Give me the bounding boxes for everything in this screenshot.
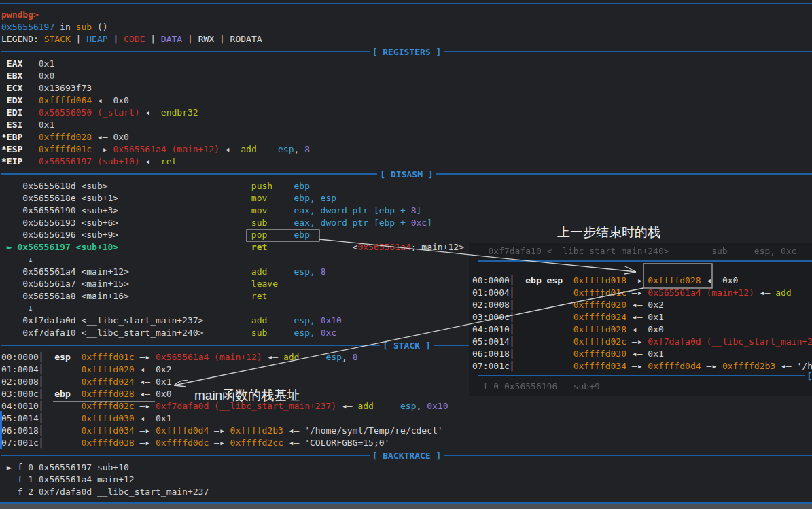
text-segment: 0xffffd0d4 bbox=[156, 425, 209, 436]
text-segment: ◂— 0x1 bbox=[135, 413, 172, 423]
text-segment: ◂— 0x1 bbox=[135, 376, 172, 387]
text-segment: 0xf7dafa0d (__libc_start_main+237) bbox=[648, 336, 812, 347]
text-segment: ◂— bbox=[336, 401, 357, 411]
text-segment: 0xffffd020 bbox=[81, 364, 134, 374]
stack-05: 05:0014│ 0xffffd030 ◂— 0x1 bbox=[1, 413, 812, 425]
text-segment: add bbox=[283, 352, 299, 362]
text-segment bbox=[267, 242, 352, 252]
backtrace-section-header: [ BACKTRACE ] bbox=[1, 449, 812, 461]
text-segment: 0xffffd2b3 bbox=[722, 361, 775, 371]
text-segment: 0xffffd024 bbox=[81, 376, 134, 387]
text-segment: | bbox=[182, 34, 198, 44]
text-segment: mov bbox=[251, 205, 267, 215]
text-segment: 0x56556050 (_start) bbox=[39, 107, 140, 118]
disasm-sub9: 0x56556196 <sub+9> pop ebp bbox=[1, 229, 812, 241]
text-segment bbox=[71, 352, 82, 362]
text-segment: esp bbox=[278, 144, 294, 154]
text-segment: ebp bbox=[294, 230, 309, 240]
text-segment: 0x10 bbox=[321, 315, 342, 326]
inset-stack-05: 05:0014│ 0xffffd02c —▸ 0xf7dafa0d (__lib… bbox=[472, 336, 812, 348]
text-segment: 0xffffd01c bbox=[39, 144, 92, 154]
inset-stack-03: 03:000c│ 0xffffd024 ◂— 0x1 bbox=[472, 311, 812, 323]
text-segment: ◂— 0x0 bbox=[135, 389, 172, 399]
separator-bar bbox=[478, 375, 805, 376]
disasm-sub: 0x5655618d <sub> push ebp bbox=[1, 180, 812, 192]
text-segment: 04:0010│ bbox=[472, 324, 573, 334]
text-segment: 0x565561a7 <main+15> bbox=[1, 279, 251, 289]
text-segment: ◂— 0x2 bbox=[626, 300, 664, 310]
text-segment: 0xffffd0d4 bbox=[648, 361, 701, 371]
text-segment: add bbox=[775, 287, 791, 298]
text-segment: 0xffffd034 bbox=[573, 361, 626, 371]
text-segment: ↓ bbox=[1, 303, 33, 313]
text-segment: ret bbox=[251, 291, 267, 301]
text-segment bbox=[272, 181, 294, 191]
text-segment bbox=[267, 230, 294, 240]
text-segment: ECX bbox=[1, 83, 39, 93]
text-segment: —▸ bbox=[135, 401, 156, 411]
text-segment: f 1 0x565561a4 main+12 bbox=[1, 474, 135, 485]
text-segment bbox=[71, 389, 82, 399]
inset-stack-02: 02:0008│ 0xffffd020 ◂— 0x2 bbox=[472, 299, 812, 311]
text-segment: ret bbox=[251, 242, 267, 252]
text-segment: 0xffffd030 bbox=[573, 349, 626, 359]
text-segment: esp bbox=[54, 352, 70, 362]
text-segment: 0xffffd038 bbox=[81, 438, 134, 448]
text-segment: 0xffffd0dc bbox=[156, 438, 209, 448]
text-segment: pwndbg> bbox=[1, 10, 39, 20]
bottom-window-strip bbox=[0, 504, 812, 509]
inset-stack-06: 06:0018│ 0xffffd030 ◂— 0x1 bbox=[472, 348, 812, 360]
frame-2: f 2 0xf7dafa0d __libc_start_main+237 bbox=[1, 486, 812, 498]
text-segment bbox=[267, 266, 294, 277]
text-segment: 0xf7dafa10 <__libc_start_main+240> sub e… bbox=[472, 246, 796, 256]
text-segment: 0x565561a8 <main+16> bbox=[1, 291, 251, 301]
text-segment: ebp, esp bbox=[294, 193, 336, 203]
legend-line: LEGEND: STACK | HEAP | CODE | DATA | RWX… bbox=[1, 33, 812, 46]
text-segment: 0xc bbox=[321, 328, 336, 338]
text-segment: ret bbox=[161, 156, 177, 166]
text-segment: 0x565561a4 (main+12) bbox=[156, 352, 262, 362]
text-segment: | bbox=[108, 34, 124, 44]
frame-0: ► f 0 0x56556197 sub+10 bbox=[1, 461, 812, 474]
text-segment: DATA bbox=[161, 34, 182, 44]
reg-esp: *ESP 0xffffd01c —▸ 0x565561a4 (main+12) … bbox=[1, 143, 812, 156]
text-segment: 0xffffd02c bbox=[573, 336, 626, 347]
text-segment: 0x10 bbox=[427, 401, 448, 411]
text-segment: ◂— bbox=[754, 287, 775, 298]
inset-stack-rows: 00:0000│ ebp esp 0xffffd018 —▸ 0xffffd02… bbox=[472, 275, 812, 372]
text-segment: ESI bbox=[1, 120, 39, 130]
text-segment: —▸ bbox=[209, 425, 230, 436]
text-segment: 05:0014│ bbox=[1, 413, 81, 423]
text-segment: —▸ bbox=[135, 352, 156, 362]
text-segment: 02:0008│ bbox=[1, 376, 81, 387]
text-segment: EDX bbox=[1, 95, 39, 105]
text-segment: —▸ bbox=[135, 438, 156, 448]
text-segment: 0x1 bbox=[39, 120, 54, 130]
text-segment: 0x1 bbox=[39, 58, 54, 69]
text-segment: 8 bbox=[411, 205, 417, 215]
text-segment: 0xffffd028 bbox=[573, 324, 626, 334]
text-segment: EAX bbox=[1, 58, 39, 69]
text-segment: sub bbox=[251, 328, 267, 338]
text-segment: 8 bbox=[321, 266, 326, 277]
text-segment: CODE bbox=[124, 34, 145, 44]
reg-eip: *EIP 0x56556197 (sub+10) ◂— ret bbox=[1, 156, 812, 168]
text-segment: 0x565561a4 (main+12) bbox=[648, 287, 754, 298]
text-segment bbox=[267, 217, 294, 228]
text-segment: leave bbox=[251, 279, 278, 289]
text-segment bbox=[267, 205, 294, 215]
text-segment: add bbox=[251, 315, 267, 326]
text-segment: 0xffffd030 bbox=[81, 413, 134, 423]
text-segment: 0xc bbox=[411, 217, 427, 228]
disasm-sub3: 0x56556190 <sub+3> mov eax, dword ptr [e… bbox=[1, 205, 812, 217]
text-segment: ◂— 0x0 bbox=[701, 275, 739, 285]
text-segment bbox=[267, 315, 294, 326]
text-segment bbox=[299, 352, 325, 362]
text-segment: —▸ bbox=[209, 438, 230, 448]
text-segment: —▸ bbox=[92, 144, 113, 154]
reg-ecx: ECX 0x13693f73 bbox=[1, 82, 812, 94]
text-segment: LEGEND: bbox=[1, 34, 44, 44]
inset-dim-header: 0xf7dafa10 <__libc_start_main+240> sub e… bbox=[472, 245, 812, 258]
text-segment: *ESP bbox=[1, 144, 39, 154]
text-segment: esp bbox=[326, 352, 342, 362]
